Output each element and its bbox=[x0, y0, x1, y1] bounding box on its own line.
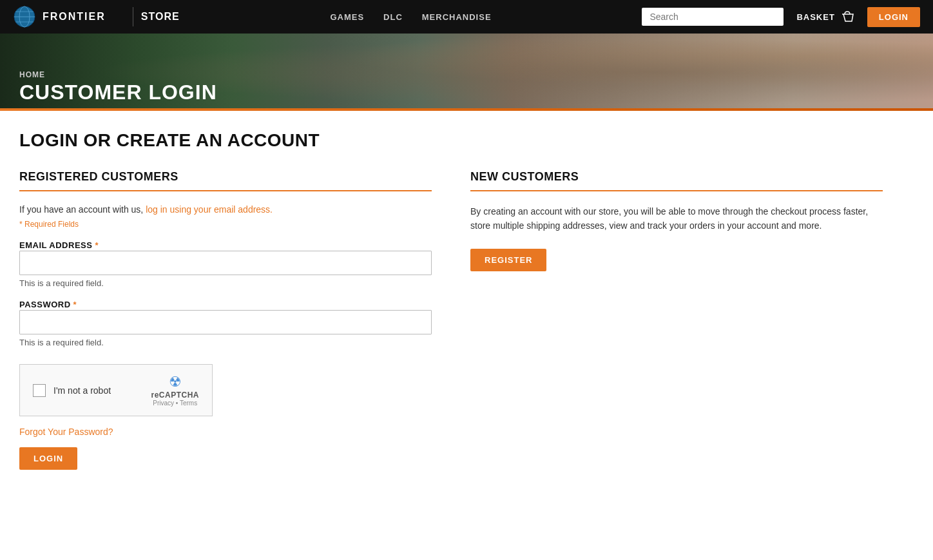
new-customers-section: NEW CUSTOMERS By creating an account wit… bbox=[470, 170, 883, 470]
registered-customers-section: REGISTERED CUSTOMERS If you have an acco… bbox=[19, 170, 432, 470]
password-required-star: * bbox=[73, 300, 77, 309]
basket-icon bbox=[840, 10, 854, 24]
brand-area: FRONTIER bbox=[13, 5, 106, 28]
page-title: CUSTOMER LOGIN bbox=[19, 81, 217, 104]
login-submit-button[interactable]: LOGIN bbox=[19, 447, 77, 470]
basket-area: BASKET bbox=[796, 10, 854, 24]
two-column-layout: REGISTERED CUSTOMERS If you have an acco… bbox=[19, 170, 883, 470]
navbar: FRONTIER STORE GAMES DLC MERCHANDISE BAS… bbox=[0, 0, 933, 34]
brand-name: FRONTIER bbox=[43, 11, 106, 23]
password-error: This is a required field. bbox=[19, 338, 432, 347]
captcha-terms-link[interactable]: Terms bbox=[180, 400, 197, 407]
hero-text-area: HOME CUSTOMER LOGIN bbox=[19, 70, 217, 104]
registered-intro: If you have an account with us, log in u… bbox=[19, 204, 432, 215]
password-input[interactable] bbox=[19, 310, 432, 334]
nav-links: GAMES DLC MERCHANDISE bbox=[180, 12, 642, 22]
password-field-group: PASSWORD* This is a required field. bbox=[19, 298, 432, 347]
main-heading: LOGIN OR CREATE AN ACCOUNT bbox=[19, 130, 883, 151]
forgot-password-link[interactable]: Forgot Your Password? bbox=[19, 427, 432, 437]
hero-border bbox=[0, 108, 933, 111]
captcha-privacy-link[interactable]: Privacy bbox=[153, 400, 174, 407]
hero-banner: HOME CUSTOMER LOGIN bbox=[0, 34, 933, 111]
main-content: LOGIN OR CREATE AN ACCOUNT REGISTERED CU… bbox=[0, 111, 902, 508]
password-label: PASSWORD* bbox=[19, 300, 77, 309]
registered-heading: REGISTERED CUSTOMERS bbox=[19, 170, 432, 191]
email-input[interactable] bbox=[19, 251, 432, 275]
new-customers-description: By creating an account with our store, y… bbox=[470, 204, 883, 233]
required-note: * Required Fields bbox=[19, 220, 432, 229]
new-customers-heading: NEW CUSTOMERS bbox=[470, 170, 883, 191]
captcha-label: I'm not a robot bbox=[53, 385, 111, 396]
nav-merchandise[interactable]: MERCHANDISE bbox=[422, 12, 492, 22]
breadcrumb: HOME bbox=[19, 70, 217, 79]
email-error: This is a required field. bbox=[19, 278, 432, 288]
globe-icon bbox=[13, 5, 36, 28]
store-label: STORE bbox=[141, 11, 180, 23]
navbar-login-button[interactable]: LOGIN bbox=[867, 7, 920, 27]
recaptcha-icon: ☢ bbox=[151, 374, 199, 391]
captcha-checkbox[interactable] bbox=[33, 384, 46, 397]
login-link[interactable]: log in using your email address. bbox=[146, 204, 273, 215]
captcha-logo: ☢ reCAPTCHA Privacy • Terms bbox=[151, 374, 199, 407]
email-required-star: * bbox=[95, 240, 99, 250]
captcha-widget: I'm not a robot ☢ reCAPTCHA Privacy • Te… bbox=[19, 364, 213, 416]
brand-divider bbox=[133, 7, 133, 26]
email-field-group: EMAIL ADDRESS* This is a required field. bbox=[19, 239, 432, 288]
email-label: EMAIL ADDRESS* bbox=[19, 240, 99, 250]
nav-dlc[interactable]: DLC bbox=[383, 12, 403, 22]
captcha-links: Privacy • Terms bbox=[151, 400, 199, 407]
search-input[interactable] bbox=[642, 8, 784, 26]
register-button[interactable]: REGISTER bbox=[470, 249, 546, 271]
basket-label: BASKET bbox=[796, 12, 834, 22]
recaptcha-brand: reCAPTCHA bbox=[151, 391, 199, 400]
nav-games[interactable]: GAMES bbox=[330, 12, 364, 22]
